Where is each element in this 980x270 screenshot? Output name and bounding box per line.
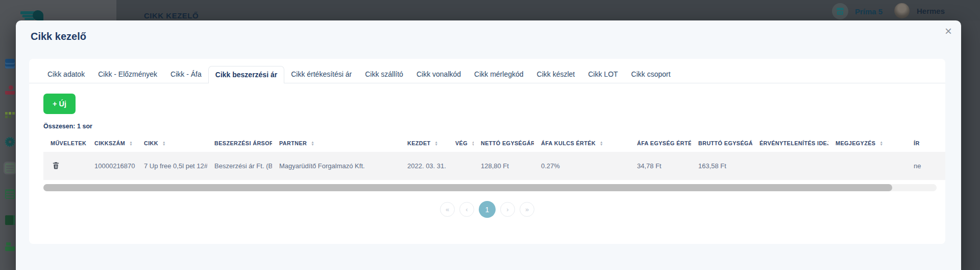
table-grid-icon (5, 163, 15, 173)
column-header-partner[interactable]: PARTNER▲▼ (272, 134, 400, 152)
column-header-nett-egys-g-r[interactable]: NETTÓ EGYSÉGÁR▲▼ (474, 134, 534, 152)
column-label: BRUTTÓ EGYSÉGÁR (698, 140, 752, 146)
storefront-icon (832, 3, 848, 19)
column-header-m-veletek: MŰVELETEK (43, 134, 87, 152)
cell-kezdet: 2022. 03. 31. (400, 152, 448, 180)
cell-cikk: 7 Up free 0,5l pet 12# (137, 152, 207, 180)
sort-icon[interactable]: ▲▼ (879, 141, 883, 146)
cell-fa-kulcs-rt-k: 0.27% (534, 152, 630, 180)
cell-megjegyz-s (828, 152, 906, 180)
tab-cikk-csoport[interactable]: Cikk csoport (625, 66, 677, 83)
cell-m-veletek (43, 152, 87, 180)
tab-cikk-vonalk-d[interactable]: Cikk vonalkód (410, 66, 468, 83)
sidebar-icon-rail (4, 57, 16, 266)
trash-icon (52, 161, 60, 170)
tab-cikk-k-szlet[interactable]: Cikk készlet (530, 66, 582, 83)
sidebar-item-register (4, 240, 16, 253)
column-header-kezdet[interactable]: KEZDET▲▼ (400, 134, 448, 152)
cell-rv-nytelen-t-s-ideje (752, 152, 828, 180)
column-header-megjegyz-s[interactable]: MEGJEGYZÉS▲▼ (828, 134, 906, 152)
tab-cikk-beszerz-si-r[interactable]: Cikk beszerzési ár (208, 66, 284, 83)
sidebar-item-articles (4, 162, 16, 174)
modal-title: Cikk kezelő (31, 30, 961, 43)
column-header-v-g[interactable]: VÉG▲▼ (448, 134, 474, 152)
modules-grid-icon (5, 111, 15, 121)
sidebar-item-lists (4, 214, 16, 227)
tab-cikk-rt-kes-t-si-r[interactable]: Cikk értékesítési ár (284, 66, 358, 83)
sort-icon[interactable]: ▲▼ (311, 141, 314, 146)
column-label: PARTNER (279, 140, 307, 146)
column-label: ÉRVÉNYTELENÍTÉS IDEJE (760, 140, 828, 146)
scrollbar-thumb[interactable] (43, 184, 892, 191)
column-header-cikksz-m[interactable]: CIKKSZÁM▲▼ (87, 134, 137, 152)
tab-cikk-m-rlegk-d[interactable]: Cikk mérlegkód (468, 66, 530, 83)
page-title: CIKK KEZELŐ (144, 11, 199, 20)
cikk-kezelo-modal: Cikk kezelő × Cikk adatokCikk - Előzmény… (16, 20, 961, 270)
sidebar-item-cashier (4, 83, 16, 96)
cell-nett-egys-g-r: 128,80 Ft (474, 152, 534, 180)
column-label: ÁFA KULCS ÉRTÉK (541, 140, 596, 146)
user-avatar (894, 3, 910, 18)
column-label: KEZDET (407, 140, 431, 146)
column-label: MŰVELETEK (51, 140, 86, 146)
column-label: NETTÓ EGYSÉGÁR (481, 140, 534, 146)
column-header-rv-nytelen-t-s-ideje[interactable]: ÉRVÉNYTELENÍTÉS IDEJE▲▼ (752, 134, 828, 152)
cashier-icon (5, 85, 15, 95)
sort-icon[interactable]: ▲▼ (162, 141, 166, 146)
production-gear-icon (5, 137, 15, 147)
cell-partner: Magyarüdítő Forgalmazó Kft. (272, 152, 400, 180)
user-menu: Hermes (894, 3, 945, 18)
horizontal-scrollbar[interactable] (43, 184, 937, 191)
pagination-page-1-button[interactable]: 1 (479, 201, 496, 218)
table-header-row: MŰVELETEKCIKKSZÁM▲▼CIKK▲▼BESZERZÉSI ÁRSO… (43, 134, 945, 152)
tab-cikk-el-zm-nyek[interactable]: Cikk - Előzmények (91, 66, 164, 83)
column-label: CIKKSZÁM (94, 140, 125, 146)
column-header-fa-kulcs-rt-k[interactable]: ÁFA KULCS ÉRTÉK▲▼ (534, 134, 630, 152)
tab-bar: Cikk adatokCikk - ElőzményekCikk - ÁfaCi… (29, 59, 945, 83)
column-label: ÍR (914, 140, 920, 146)
column-header-r: ÍR (906, 134, 945, 152)
table-grid-icon-2 (5, 189, 15, 199)
pagination: « ‹ 1 › » (29, 201, 945, 218)
list-clipboard-icon (5, 215, 15, 225)
store-selector: Príma 5 (832, 3, 883, 19)
sidebar-item-production (4, 136, 16, 148)
cash-register-icon (5, 241, 15, 251)
table-row: 100002168707 Up free 0,5l pet 12#Beszerz… (43, 152, 945, 180)
delete-row-button[interactable] (51, 160, 61, 172)
cell-cikksz-m: 10000216870 (87, 152, 137, 180)
user-name-label: Hermes (917, 7, 945, 15)
column-label: CIKK (144, 140, 158, 146)
tab-cikk-lot[interactable]: Cikk LOT (581, 66, 624, 83)
add-new-button[interactable]: + Új (43, 94, 76, 114)
sidebar-item-modules (4, 109, 16, 122)
sort-icon[interactable]: ▲▼ (472, 141, 474, 146)
price-table: MŰVELETEKCIKKSZÁM▲▼CIKK▲▼BESZERZÉSI ÁRSO… (43, 134, 945, 180)
close-icon[interactable]: × (942, 22, 955, 40)
cell-fa-egys-g-rt-k: 34,78 Ft (630, 152, 691, 180)
column-label: BESZERZÉSI ÁRSOR (214, 140, 272, 146)
pagination-next-button[interactable]: › (500, 202, 515, 217)
column-header-fa-egys-g-rt-k[interactable]: ÁFA EGYSÉG ÉRTÉK▲▼ (630, 134, 691, 152)
column-header-brutt-egys-g-r[interactable]: BRUTTÓ EGYSÉGÁR▲▼ (691, 134, 752, 152)
column-label: ÁFA EGYSÉG ÉRTÉK (637, 140, 691, 146)
column-header-cikk[interactable]: CIKK▲▼ (137, 134, 207, 152)
cell-v-g (448, 152, 474, 180)
pagination-first-button[interactable]: « (440, 202, 455, 217)
sort-icon[interactable]: ▲▼ (435, 141, 438, 146)
modal-content-card: Cikk adatokCikk - ElőzményekCikk - ÁfaCi… (29, 59, 945, 244)
cell-beszerz-si-rsor: Beszerzési ár Ft. (B) (207, 152, 272, 180)
store-name-label: Príma 5 (855, 7, 883, 16)
sort-icon[interactable]: ▲▼ (129, 141, 133, 146)
column-header-beszerz-si-rsor[interactable]: BESZERZÉSI ÁRSOR▲▼ (207, 134, 272, 152)
pagination-prev-button[interactable]: ‹ (459, 202, 474, 217)
sort-icon[interactable]: ▲▼ (600, 141, 603, 146)
news-icon (5, 59, 15, 69)
cell-brutt-egys-g-r: 163,58 Ft (691, 152, 752, 180)
tab-cikk-fa[interactable]: Cikk - Áfa (164, 66, 208, 83)
pagination-last-button[interactable]: » (520, 202, 534, 217)
sidebar-item-tables (4, 188, 16, 200)
tab-cikk-sz-ll-t[interactable]: Cikk szállító (358, 66, 410, 83)
tab-cikk-adatok[interactable]: Cikk adatok (41, 66, 91, 83)
cell-r: ne (906, 152, 945, 180)
